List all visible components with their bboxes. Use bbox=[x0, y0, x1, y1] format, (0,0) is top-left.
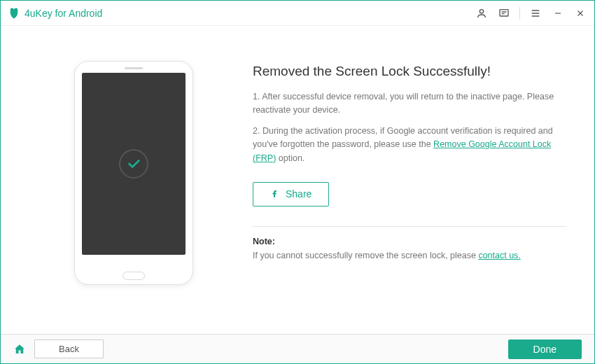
account-icon[interactable] bbox=[475, 6, 489, 20]
instruction-step-2-suffix: option. bbox=[276, 153, 304, 163]
home-icon[interactable] bbox=[13, 343, 26, 356]
result-panel: Removed the Screen Lock Successfully! 1.… bbox=[225, 61, 566, 334]
divider bbox=[253, 226, 566, 227]
svg-rect-1 bbox=[500, 9, 508, 15]
titlebar-separator bbox=[519, 7, 520, 20]
bottom-bar: Back Done bbox=[1, 334, 594, 363]
menu-icon[interactable] bbox=[528, 6, 542, 20]
share-button[interactable]: Share bbox=[253, 182, 329, 206]
done-button[interactable]: Done bbox=[508, 340, 582, 359]
share-button-label: Share bbox=[286, 188, 312, 200]
note-text: If you cannot successfully remove the sc… bbox=[253, 249, 566, 262]
phone-illustration bbox=[43, 61, 225, 334]
instruction-step-1: 1. After successful device removal, you … bbox=[253, 90, 566, 118]
phone-home-button bbox=[122, 272, 145, 280]
result-heading: Removed the Screen Lock Successfully! bbox=[253, 64, 566, 79]
instruction-step-2: 2. During the activation process, if Goo… bbox=[253, 125, 566, 165]
facebook-icon bbox=[270, 188, 279, 201]
bottom-left: Back bbox=[13, 340, 104, 358]
contact-link[interactable]: contact us. bbox=[478, 251, 520, 260]
main-content: Removed the Screen Lock Successfully! 1.… bbox=[1, 26, 594, 334]
phone-device bbox=[74, 61, 193, 285]
app-logo-icon bbox=[8, 7, 20, 20]
close-icon[interactable] bbox=[573, 6, 587, 20]
titlebar-right bbox=[475, 6, 587, 20]
checkmark-icon bbox=[119, 149, 148, 178]
app-title: 4uKey for Android bbox=[24, 8, 102, 19]
titlebar-left: 4uKey for Android bbox=[8, 7, 102, 20]
back-button[interactable]: Back bbox=[34, 340, 104, 358]
minimize-icon[interactable] bbox=[551, 6, 565, 20]
svg-point-0 bbox=[479, 9, 483, 13]
phone-speaker bbox=[125, 67, 143, 69]
phone-screen bbox=[82, 73, 186, 255]
titlebar: 4uKey for Android bbox=[1, 1, 594, 26]
note-text-prefix: If you cannot successfully remove the sc… bbox=[253, 251, 478, 260]
feedback-icon[interactable] bbox=[497, 6, 511, 20]
note-title: Note: bbox=[253, 237, 566, 246]
